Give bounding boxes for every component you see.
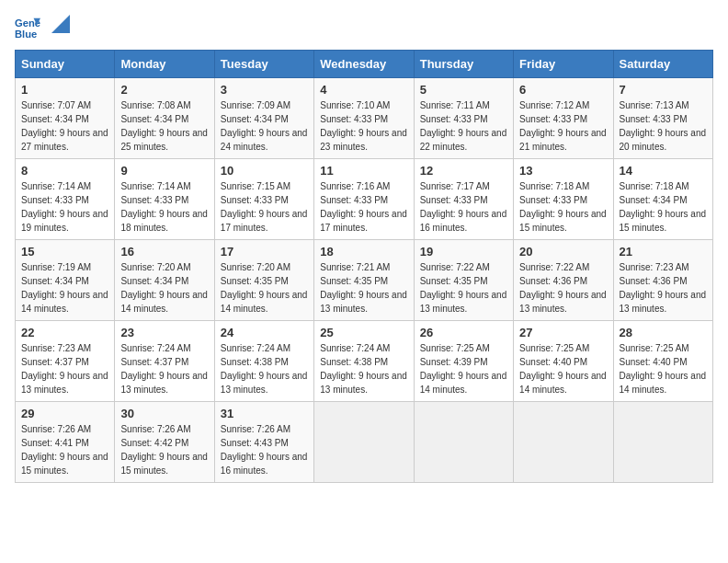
day-info: Sunrise: 7:26 AM Sunset: 4:43 PM Dayligh…: [221, 424, 308, 476]
day-header-friday: Friday: [514, 51, 613, 78]
day-number: 10: [221, 164, 308, 178]
day-number: 27: [519, 326, 607, 339]
day-info: Sunrise: 7:16 AM Sunset: 4:33 PM Dayligh…: [320, 181, 407, 233]
day-header-tuesday: Tuesday: [214, 51, 313, 78]
day-info: Sunrise: 7:25 AM Sunset: 4:39 PM Dayligh…: [420, 343, 507, 395]
svg-text:Blue: Blue: [15, 29, 37, 40]
day-info: Sunrise: 7:24 AM Sunset: 4:37 PM Dayligh…: [120, 343, 208, 395]
day-number: 23: [120, 326, 208, 339]
calendar-cell: 31 Sunrise: 7:26 AM Sunset: 4:43 PM Dayl…: [214, 402, 313, 483]
calendar-cell: 1 Sunrise: 7:07 AM Sunset: 4:34 PM Dayli…: [16, 78, 115, 159]
day-info: Sunrise: 7:07 AM Sunset: 4:34 PM Dayligh…: [21, 100, 108, 152]
day-info: Sunrise: 7:18 AM Sunset: 4:33 PM Dayligh…: [519, 181, 607, 233]
day-header-sunday: Sunday: [16, 51, 115, 78]
day-header-wednesday: Wednesday: [314, 51, 414, 78]
day-number: 11: [320, 164, 407, 178]
day-number: 9: [120, 164, 208, 178]
day-number: 15: [21, 245, 108, 259]
calendar-cell: 27 Sunrise: 7:25 AM Sunset: 4:40 PM Dayl…: [514, 321, 613, 402]
day-info: Sunrise: 7:18 AM Sunset: 4:34 PM Dayligh…: [620, 181, 707, 233]
day-info: Sunrise: 7:20 AM Sunset: 4:34 PM Dayligh…: [120, 262, 208, 314]
day-info: Sunrise: 7:25 AM Sunset: 4:40 PM Dayligh…: [519, 343, 607, 395]
day-number: 4: [320, 83, 407, 97]
calendar-cell: 2 Sunrise: 7:08 AM Sunset: 4:34 PM Dayli…: [115, 78, 214, 159]
calendar-cell: 24 Sunrise: 7:24 AM Sunset: 4:38 PM Dayl…: [214, 321, 313, 402]
day-header-thursday: Thursday: [414, 51, 513, 78]
calendar-cell: 23 Sunrise: 7:24 AM Sunset: 4:37 PM Dayl…: [115, 321, 214, 402]
day-number: 18: [320, 245, 407, 259]
day-number: 8: [21, 164, 108, 178]
day-info: Sunrise: 7:21 AM Sunset: 4:35 PM Dayligh…: [320, 262, 407, 314]
calendar-cell: 8 Sunrise: 7:14 AM Sunset: 4:33 PM Dayli…: [16, 159, 115, 240]
calendar-week-3: 15 Sunrise: 7:19 AM Sunset: 4:34 PM Dayl…: [16, 240, 713, 321]
day-number: 31: [221, 407, 308, 420]
day-number: 1: [21, 83, 108, 97]
calendar-cell: 28 Sunrise: 7:25 AM Sunset: 4:40 PM Dayl…: [613, 321, 712, 402]
calendar-cell: 15 Sunrise: 7:19 AM Sunset: 4:34 PM Dayl…: [16, 240, 115, 321]
calendar-cell: 10 Sunrise: 7:15 AM Sunset: 4:33 PM Dayl…: [214, 159, 313, 240]
day-info: Sunrise: 7:26 AM Sunset: 4:41 PM Dayligh…: [21, 424, 108, 476]
day-number: 2: [120, 83, 208, 97]
day-number: 5: [420, 83, 507, 97]
calendar-cell: [414, 402, 513, 483]
calendar-cell: 20 Sunrise: 7:22 AM Sunset: 4:36 PM Dayl…: [514, 240, 613, 321]
day-info: Sunrise: 7:10 AM Sunset: 4:33 PM Dayligh…: [320, 100, 407, 152]
calendar-cell: [613, 402, 712, 483]
calendar-cell: 19 Sunrise: 7:22 AM Sunset: 4:35 PM Dayl…: [414, 240, 513, 321]
day-info: Sunrise: 7:23 AM Sunset: 4:36 PM Dayligh…: [620, 262, 707, 314]
calendar-week-4: 22 Sunrise: 7:23 AM Sunset: 4:37 PM Dayl…: [16, 321, 713, 402]
day-number: 14: [620, 164, 707, 178]
calendar-cell: 17 Sunrise: 7:20 AM Sunset: 4:35 PM Dayl…: [214, 240, 313, 321]
day-number: 24: [221, 326, 308, 339]
calendar-week-2: 8 Sunrise: 7:14 AM Sunset: 4:33 PM Dayli…: [16, 159, 713, 240]
logo-triangle-icon: [51, 15, 70, 33]
day-number: 6: [519, 83, 607, 97]
day-info: Sunrise: 7:17 AM Sunset: 4:33 PM Dayligh…: [420, 181, 507, 233]
day-number: 7: [620, 83, 707, 97]
day-header-saturday: Saturday: [613, 51, 712, 78]
day-number: 20: [519, 245, 607, 259]
logo-icon: General Blue: [15, 15, 40, 40]
calendar-cell: 26 Sunrise: 7:25 AM Sunset: 4:39 PM Dayl…: [414, 321, 513, 402]
day-number: 25: [320, 326, 407, 339]
calendar-cell: [314, 402, 414, 483]
day-number: 13: [519, 164, 607, 178]
day-number: 30: [120, 407, 208, 420]
svg-marker-3: [51, 15, 70, 33]
calendar-cell: 7 Sunrise: 7:13 AM Sunset: 4:33 PM Dayli…: [613, 78, 712, 159]
day-info: Sunrise: 7:15 AM Sunset: 4:33 PM Dayligh…: [221, 181, 308, 233]
calendar-cell: 13 Sunrise: 7:18 AM Sunset: 4:33 PM Dayl…: [514, 159, 613, 240]
day-number: 16: [120, 245, 208, 259]
day-info: Sunrise: 7:25 AM Sunset: 4:40 PM Dayligh…: [620, 343, 707, 395]
calendar-cell: 12 Sunrise: 7:17 AM Sunset: 4:33 PM Dayl…: [414, 159, 513, 240]
calendar-cell: [514, 402, 613, 483]
day-info: Sunrise: 7:22 AM Sunset: 4:35 PM Dayligh…: [420, 262, 507, 314]
calendar-cell: 16 Sunrise: 7:20 AM Sunset: 4:34 PM Dayl…: [115, 240, 214, 321]
day-info: Sunrise: 7:19 AM Sunset: 4:34 PM Dayligh…: [21, 262, 108, 314]
calendar-cell: 3 Sunrise: 7:09 AM Sunset: 4:34 PM Dayli…: [214, 78, 313, 159]
calendar-header-row: SundayMondayTuesdayWednesdayThursdayFrid…: [16, 51, 713, 78]
day-number: 19: [420, 245, 507, 259]
calendar-cell: 21 Sunrise: 7:23 AM Sunset: 4:36 PM Dayl…: [613, 240, 712, 321]
calendar-cell: 25 Sunrise: 7:24 AM Sunset: 4:38 PM Dayl…: [314, 321, 414, 402]
day-info: Sunrise: 7:14 AM Sunset: 4:33 PM Dayligh…: [120, 181, 208, 233]
calendar-week-1: 1 Sunrise: 7:07 AM Sunset: 4:34 PM Dayli…: [16, 78, 713, 159]
day-info: Sunrise: 7:22 AM Sunset: 4:36 PM Dayligh…: [519, 262, 607, 314]
calendar-cell: 4 Sunrise: 7:10 AM Sunset: 4:33 PM Dayli…: [314, 78, 414, 159]
calendar-cell: 22 Sunrise: 7:23 AM Sunset: 4:37 PM Dayl…: [16, 321, 115, 402]
calendar-cell: 29 Sunrise: 7:26 AM Sunset: 4:41 PM Dayl…: [16, 402, 115, 483]
calendar-cell: 9 Sunrise: 7:14 AM Sunset: 4:33 PM Dayli…: [115, 159, 214, 240]
day-info: Sunrise: 7:12 AM Sunset: 4:33 PM Dayligh…: [519, 100, 607, 152]
calendar-cell: 6 Sunrise: 7:12 AM Sunset: 4:33 PM Dayli…: [514, 78, 613, 159]
calendar-cell: 30 Sunrise: 7:26 AM Sunset: 4:42 PM Dayl…: [115, 402, 214, 483]
calendar-cell: 11 Sunrise: 7:16 AM Sunset: 4:33 PM Dayl…: [314, 159, 414, 240]
calendar-cell: 18 Sunrise: 7:21 AM Sunset: 4:35 PM Dayl…: [314, 240, 414, 321]
calendar-week-5: 29 Sunrise: 7:26 AM Sunset: 4:41 PM Dayl…: [16, 402, 713, 483]
day-number: 26: [420, 326, 507, 339]
day-info: Sunrise: 7:24 AM Sunset: 4:38 PM Dayligh…: [221, 343, 308, 395]
day-number: 21: [620, 245, 707, 259]
calendar-cell: 14 Sunrise: 7:18 AM Sunset: 4:34 PM Dayl…: [613, 159, 712, 240]
day-info: Sunrise: 7:23 AM Sunset: 4:37 PM Dayligh…: [21, 343, 108, 395]
day-number: 17: [221, 245, 308, 259]
calendar-cell: 5 Sunrise: 7:11 AM Sunset: 4:33 PM Dayli…: [414, 78, 513, 159]
